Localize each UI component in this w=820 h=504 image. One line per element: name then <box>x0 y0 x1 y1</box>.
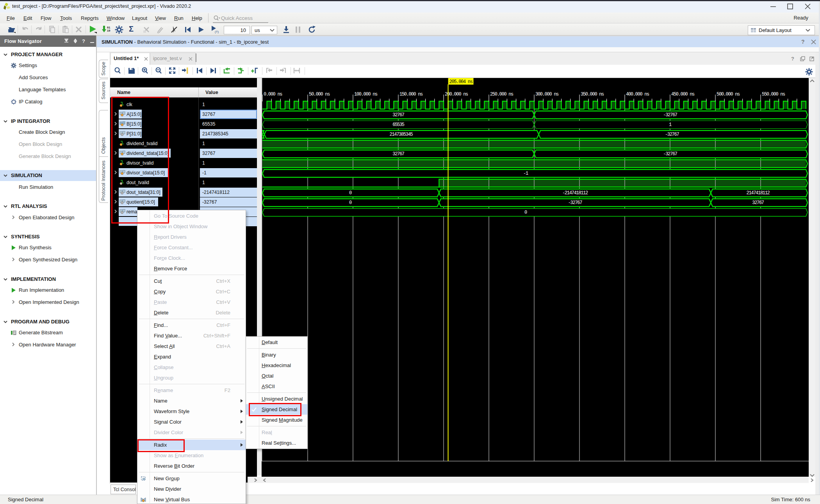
svg-text:50.000 ns: 50.000 ns <box>309 92 330 97</box>
svg-text:-1: -1 <box>523 171 528 176</box>
svg-text:500.000 ns: 500.000 ns <box>717 92 740 97</box>
svg-text:2147385345: 2147385345 <box>389 132 413 137</box>
svg-text:10: 10 <box>14 333 16 335</box>
svg-text:400.000 ns: 400.000 ns <box>626 92 649 97</box>
svg-text:32767: 32767 <box>752 200 764 206</box>
svg-text:350.000 ns: 350.000 ns <box>581 92 604 97</box>
svg-text:-32767: -32767 <box>568 200 583 206</box>
svg-text:65535: 65535 <box>392 122 405 128</box>
svg-text:450.000 ns: 450.000 ns <box>671 92 695 97</box>
svg-text:300.000 ns: 300.000 ns <box>535 92 559 97</box>
svg-text:205.004 ns: 205.004 ns <box>449 79 473 85</box>
svg-text:2147418112: 2147418112 <box>746 190 770 196</box>
svg-text:?: ? <box>791 56 794 62</box>
svg-text:(T): (T) <box>215 30 219 34</box>
svg-text:-32767: -32767 <box>663 151 677 157</box>
svg-text:32767: 32767 <box>392 151 405 157</box>
svg-text:100.000 ns: 100.000 ns <box>354 92 378 97</box>
svg-text:-2147418112: -2147418112 <box>562 190 588 196</box>
svg-text:10: 10 <box>107 29 110 32</box>
svg-text:?: ? <box>801 39 805 45</box>
svg-text:32767: 32767 <box>392 112 405 118</box>
svg-text:550.000 ns: 550.000 ns <box>762 92 785 97</box>
svg-text:-32767: -32767 <box>663 112 677 118</box>
svg-text:01: 01 <box>107 26 110 29</box>
svg-text:?: ? <box>82 38 85 44</box>
svg-text:-32767: -32767 <box>665 132 679 137</box>
svg-text:150.000 ns: 150.000 ns <box>399 92 423 97</box>
svg-text:250.000 ns: 250.000 ns <box>490 92 513 97</box>
svg-text:0.000 ns: 0.000 ns <box>264 92 282 97</box>
